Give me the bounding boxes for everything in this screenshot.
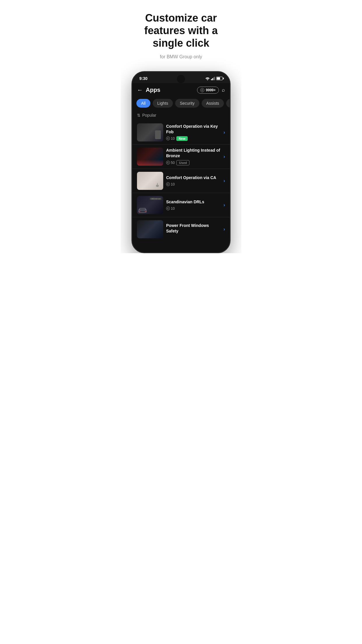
svg-rect-9 — [145, 211, 146, 212]
header-right: C 9999+ ⌕ — [197, 87, 225, 94]
search-icon[interactable]: ⌕ — [222, 87, 225, 93]
item-name-2: Ambient Lighting Instead of Bronze — [166, 148, 221, 158]
svg-rect-5 — [157, 183, 158, 186]
credit-amount-3: C 10 — [166, 182, 175, 186]
promo-title: Customize car features with a single cli… — [129, 12, 233, 50]
car-rear-thumb — [138, 207, 147, 213]
item-info-4: Scandinavian DRLs C 10 — [163, 199, 224, 210]
sort-icon[interactable]: ⇅ — [137, 113, 140, 118]
wifi-icon — [205, 77, 210, 80]
credit-icon-1: C — [166, 136, 170, 140]
item-name-1: Comfort Operation via Key Fob — [166, 124, 221, 134]
list-item[interactable]: Power Front Windows Safety › — [132, 217, 230, 241]
item-info-5: Power Front Windows Safety — [163, 223, 224, 235]
item-info-1: Comfort Operation via Key Fob C 10 New — [163, 124, 224, 141]
battery-icon — [216, 77, 223, 80]
item-thumbnail-3 — [137, 172, 163, 190]
credits-icon: C — [200, 88, 204, 92]
list-item[interactable]: Comfort Operation via CA C 10 › — [132, 169, 230, 193]
items-list: Comfort Operation via Key Fob C 10 New › — [132, 120, 230, 241]
item-thumbnail-5 — [137, 220, 163, 238]
svg-rect-0 — [211, 79, 212, 80]
status-icons — [205, 77, 223, 80]
chevron-icon-2: › — [224, 154, 225, 159]
header-left: ← Apps — [137, 87, 160, 93]
key-fob-thumb — [155, 130, 161, 139]
credit-value-2: 50 — [171, 161, 175, 165]
item-meta-3: C 10 — [166, 182, 221, 186]
item-thumbnail-2 — [137, 148, 163, 166]
credit-amount-2: C 50 — [166, 161, 175, 165]
signal-icon — [211, 77, 215, 80]
credit-icon-2: C — [166, 161, 170, 164]
svg-rect-3 — [214, 77, 215, 80]
credit-icon-3: C — [166, 182, 170, 186]
section-label: ⇅ Popular — [132, 111, 230, 120]
svg-rect-8 — [139, 211, 140, 212]
list-item[interactable]: OBDeleven Scandinavian DRLs C — [132, 193, 230, 217]
credit-icon-4: C — [166, 206, 170, 210]
phone-frame: 9:30 — [131, 71, 231, 253]
filter-tabs: All Lights Security Assists Powert — [132, 97, 230, 111]
filter-tab-powert[interactable]: Powert — [226, 99, 230, 108]
chevron-icon-3: › — [224, 178, 225, 183]
credit-value-4: 10 — [171, 206, 175, 211]
credits-value: 9999+ — [206, 88, 216, 92]
obd-label-thumb: OBDeleven — [150, 197, 162, 200]
credit-amount-4: C 10 — [166, 206, 175, 211]
phone-screen: ← Apps C 9999+ ⌕ All Lights Security Ass… — [132, 83, 230, 252]
item-info-2: Ambient Lighting Instead of Bronze C 50 … — [163, 148, 224, 165]
filter-tab-security[interactable]: Security — [175, 99, 199, 108]
chevron-icon-1: › — [224, 130, 225, 135]
svg-rect-2 — [213, 77, 214, 80]
filter-tab-all[interactable]: All — [136, 99, 150, 108]
item-meta-2: C 50 Used — [166, 160, 221, 165]
hand-touch-thumb — [154, 182, 160, 188]
credits-badge[interactable]: C 9999+ — [197, 87, 219, 94]
chevron-icon-5: › — [224, 227, 225, 232]
item-meta-4: C 10 — [166, 206, 221, 211]
credit-amount-1: C 10 — [166, 136, 175, 141]
badge-used-2: Used — [176, 160, 189, 165]
credit-value-3: 10 — [171, 182, 175, 186]
phone-notch — [177, 75, 185, 83]
list-item[interactable]: Ambient Lighting Instead of Bronze C 50 … — [132, 145, 230, 169]
item-name-3: Comfort Operation via CA — [166, 175, 221, 180]
status-time: 9:30 — [139, 76, 147, 81]
back-button[interactable]: ← — [137, 87, 143, 93]
item-name-4: Scandinavian DRLs — [166, 199, 221, 204]
list-item[interactable]: Comfort Operation via Key Fob C 10 New › — [132, 120, 230, 145]
credit-value-1: 10 — [171, 136, 175, 141]
svg-rect-1 — [212, 78, 213, 80]
chevron-icon-4: › — [224, 202, 225, 208]
item-name-5: Power Front Windows Safety — [166, 223, 221, 233]
app-header: ← Apps C 9999+ ⌕ — [132, 83, 230, 97]
filter-tab-assists[interactable]: Assists — [202, 99, 224, 108]
promo-subtitle: for BMW Group only — [129, 54, 233, 60]
filter-tab-lights[interactable]: Lights — [153, 99, 173, 108]
promo-section: Customize car features with a single cli… — [121, 0, 241, 65]
item-thumbnail-1 — [137, 123, 163, 141]
ambient-light-thumb — [137, 160, 163, 166]
badge-new-1: New — [176, 136, 188, 141]
status-bar: 9:30 — [132, 72, 230, 83]
item-meta-1: C 10 New — [166, 136, 221, 141]
item-info-3: Comfort Operation via CA C 10 — [163, 175, 224, 186]
phone-wrapper: 9:30 — [121, 65, 241, 253]
sort-label: Popular — [142, 113, 156, 118]
item-thumbnail-4: OBDeleven — [137, 196, 163, 214]
app-title: Apps — [146, 87, 160, 93]
